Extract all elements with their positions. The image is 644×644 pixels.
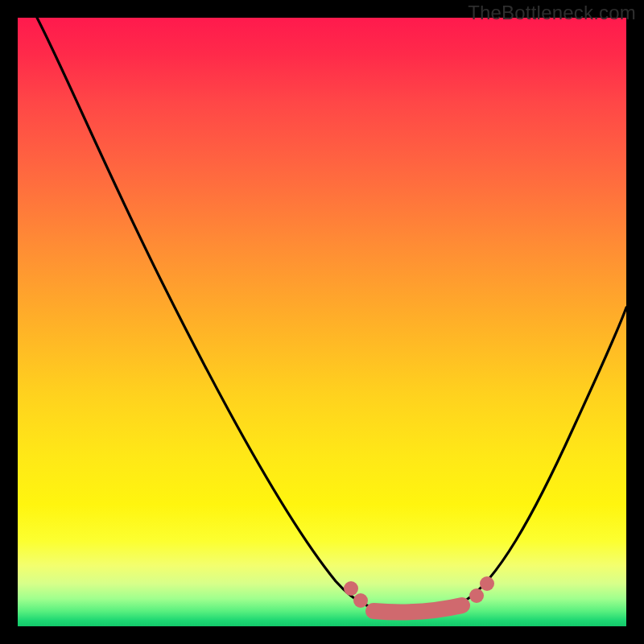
chart-frame: TheBottleneck.com — [0, 0, 644, 644]
v-curve — [37, 18, 626, 613]
marker-band — [374, 605, 462, 612]
plot-area — [18, 18, 626, 626]
marker-dot — [469, 588, 484, 603]
marker-dot — [344, 581, 358, 596]
marker-dot — [353, 593, 368, 608]
watermark-text: TheBottleneck.com — [468, 2, 636, 24]
marker-dot — [480, 576, 494, 591]
chart-svg — [18, 18, 626, 626]
